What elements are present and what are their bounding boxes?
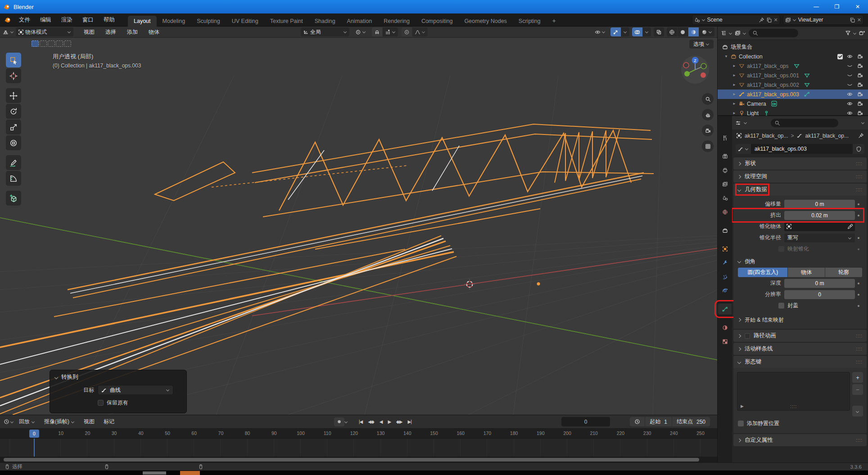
- snap-toggle[interactable]: [372, 27, 382, 36]
- viewport-menu[interactable]: 视图: [79, 28, 99, 36]
- close-button[interactable]: ✕: [847, 0, 868, 13]
- properties-tab[interactable]: [718, 132, 732, 143]
- menu-item[interactable]: 渲染: [56, 16, 77, 24]
- properties-tab[interactable]: [718, 304, 732, 314]
- unlink-scene-button[interactable]: ✕: [774, 17, 778, 23]
- workspace-tab[interactable]: Texture Paint: [264, 16, 309, 27]
- scene-name[interactable]: Scene: [707, 17, 757, 23]
- bevel-depth-field[interactable]: 0 m: [784, 279, 855, 288]
- animate-dot[interactable]: ●: [855, 213, 862, 218]
- eye-closed-icon[interactable]: [847, 63, 855, 69]
- transport-button[interactable]: ▶|: [405, 418, 413, 426]
- select-lasso-button[interactable]: [56, 40, 63, 47]
- extrude-field[interactable]: 0.02 m: [784, 211, 855, 220]
- collapse-chevron-icon[interactable]: [54, 376, 58, 379]
- editor-type-button[interactable]: [735, 120, 741, 126]
- workspace-tab[interactable]: Modeling: [157, 16, 191, 27]
- keep-original-checkbox[interactable]: [98, 400, 104, 406]
- workspace-tab[interactable]: Scripting: [513, 16, 547, 27]
- transport-button[interactable]: ◀◆: [366, 418, 376, 426]
- animate-dot[interactable]: ●: [855, 292, 862, 297]
- workspace-tab[interactable]: UV Editing: [226, 16, 264, 27]
- workspace-tab[interactable]: Compositing: [416, 16, 458, 27]
- scene-collection-row[interactable]: 场景集合: [718, 42, 868, 52]
- remove-shape-key-button[interactable]: −: [852, 384, 863, 395]
- scene-selector[interactable]: Scene ✕: [692, 15, 780, 25]
- gizmo-dropdown[interactable]: [621, 27, 629, 36]
- pivot-point-dropdown[interactable]: [353, 27, 368, 36]
- map-taper-checkbox[interactable]: [778, 246, 784, 252]
- convert-target-dropdown[interactable]: 曲线: [98, 385, 173, 395]
- workspace-tab[interactable]: Rendering: [378, 16, 416, 27]
- transport-button[interactable]: ▶: [385, 418, 393, 426]
- tool-button[interactable]: [6, 104, 21, 119]
- copy-icon[interactable]: [766, 17, 772, 23]
- playhead[interactable]: 0: [29, 430, 39, 438]
- expand-arrow[interactable]: ►: [732, 83, 737, 87]
- remove-viewlayer-button[interactable]: ✕: [857, 17, 861, 23]
- select-box-button[interactable]: [40, 40, 47, 47]
- fake-user-button[interactable]: [853, 144, 864, 154]
- shading-material-button[interactable]: [688, 27, 699, 36]
- navigation-gizmo[interactable]: Z: [680, 55, 710, 85]
- filter-button[interactable]: [845, 30, 851, 36]
- datablock-selector[interactable]: [736, 144, 751, 154]
- tool-button[interactable]: [6, 53, 21, 67]
- taper-radius-dropdown[interactable]: 重写: [784, 233, 855, 242]
- timeline-menu[interactable]: 抠像(插帧): [40, 418, 79, 426]
- menu-item[interactable]: 帮助: [99, 16, 120, 24]
- menu-item[interactable]: 窗口: [77, 16, 99, 24]
- shading-solid-button[interactable]: [678, 27, 688, 36]
- bevel-profile-button[interactable]: 轮廓: [825, 268, 862, 277]
- frame-end-field[interactable]: 结束点 250: [672, 417, 710, 426]
- taper-object-field[interactable]: [784, 222, 855, 231]
- shading-rendered-button[interactable]: [699, 27, 714, 36]
- minimize-button[interactable]: —: [806, 0, 827, 13]
- animate-dot[interactable]: ●: [855, 202, 862, 206]
- properties-tab[interactable]: [718, 206, 732, 217]
- viewlayer-selector[interactable]: ViewLayer ✕: [783, 15, 863, 25]
- snap-settings-dropdown[interactable]: [383, 27, 398, 36]
- eye-open-icon[interactable]: [847, 91, 855, 97]
- camera-view-button[interactable]: [702, 125, 714, 136]
- ortho-switch-button[interactable]: [702, 140, 714, 152]
- transport-button[interactable]: ◆▶: [394, 418, 404, 426]
- add-shape-key-button[interactable]: +: [852, 372, 863, 383]
- eye-closed-icon[interactable]: [847, 72, 855, 78]
- expand-arrow[interactable]: ►: [732, 111, 737, 115]
- menu-item[interactable]: 文件: [14, 16, 35, 24]
- expand-arrow[interactable]: ►: [732, 92, 737, 96]
- properties-tab[interactable]: [718, 271, 732, 282]
- properties-tab[interactable]: [718, 165, 732, 175]
- editor-type-button[interactable]: [3, 29, 9, 35]
- cam-toggle-icon[interactable]: [857, 63, 865, 69]
- menu-item[interactable]: 编辑: [35, 16, 56, 24]
- timeline-menu[interactable]: 视图: [80, 418, 99, 426]
- add-rest-position-checkbox[interactable]: [738, 421, 744, 426]
- shape-keys-panel-header[interactable]: 形态键 ::::: [733, 356, 867, 368]
- eye-open-icon[interactable]: [847, 110, 855, 116]
- auto-key-button[interactable]: [334, 417, 344, 426]
- taskbar-item[interactable]: [180, 471, 200, 475]
- properties-tab[interactable]: [718, 225, 732, 236]
- timeline-menu[interactable]: 标记: [99, 418, 118, 426]
- bevel-object-button[interactable]: 物体: [788, 268, 825, 277]
- zoom-view-button[interactable]: [702, 93, 714, 105]
- timeline-menu[interactable]: 回放: [15, 418, 39, 426]
- overlays-toggle[interactable]: [632, 27, 642, 36]
- display-mode-button[interactable]: [735, 30, 741, 36]
- transform-orientation-dropdown[interactable]: 全局: [301, 27, 349, 36]
- eyedropper-icon[interactable]: [847, 224, 853, 229]
- select-circle-button[interactable]: [48, 40, 55, 47]
- transport-button[interactable]: |◀: [357, 418, 365, 426]
- breadcrumb-object[interactable]: ak117_black_op...: [745, 133, 788, 139]
- viewport-menu[interactable]: 物体: [144, 28, 164, 36]
- pin-icon[interactable]: [759, 17, 764, 23]
- outliner-item[interactable]: ► ak117_black_ops.002: [718, 80, 868, 90]
- blender-menu-button[interactable]: [5, 17, 11, 23]
- select-paint-button[interactable]: [64, 40, 71, 47]
- tool-button[interactable]: [6, 88, 21, 103]
- breadcrumb-data[interactable]: ak117_black_op...: [805, 133, 849, 139]
- path-animation-checkbox[interactable]: [745, 333, 750, 339]
- 3d-viewport[interactable]: 物体模式 视图 选择 添加 物体 全局: [0, 27, 717, 415]
